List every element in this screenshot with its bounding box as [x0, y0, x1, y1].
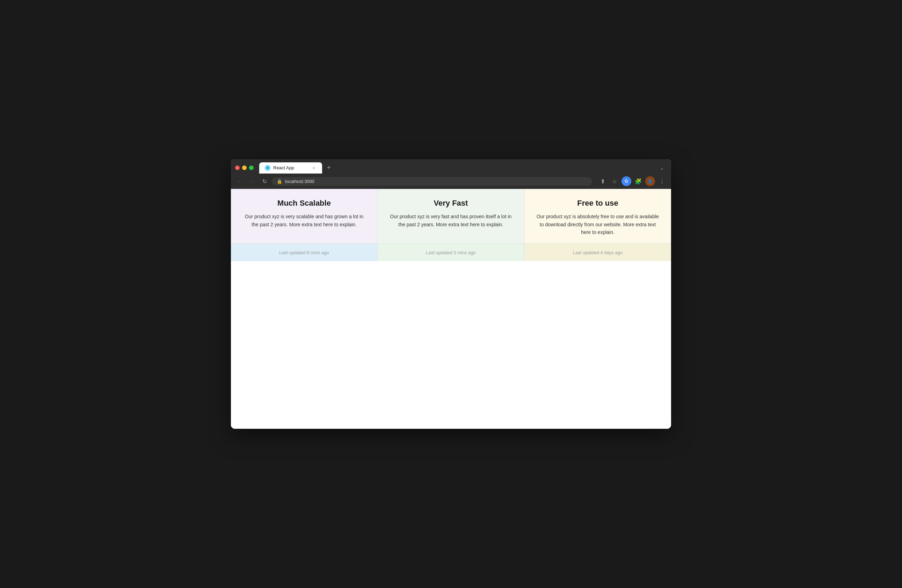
card-scalable-description: Our product xyz is very scalable and has…	[242, 213, 366, 228]
card-footer-scalable-text: Last updated 8 mins ago	[279, 250, 329, 255]
cards-grid: Much Scalable Our product xyz is very sc…	[231, 189, 671, 243]
profile-g-icon[interactable]: G	[622, 176, 631, 186]
tab-dropdown-icon[interactable]: ⌄	[657, 164, 667, 172]
address-input-wrapper[interactable]: 🔒 localhost:3000	[272, 177, 592, 186]
card-footer-scalable: Last updated 8 mins ago	[231, 244, 377, 261]
card-footer-free: Last updated 4 days ago	[525, 244, 671, 261]
bookmark-icon[interactable]: ☆	[609, 176, 619, 186]
page-content: Much Scalable Our product xyz is very sc…	[231, 189, 671, 428]
card-free-title: Free to use	[536, 199, 660, 208]
address-text: localhost:3000	[285, 179, 315, 184]
rest-of-page	[231, 261, 671, 429]
minimize-button[interactable]	[242, 166, 247, 170]
tab-favicon-icon: ⚛	[265, 165, 270, 171]
extensions-icon[interactable]: 🧩	[633, 176, 643, 186]
card-free: Free to use Our product xyz is absolutel…	[525, 189, 671, 243]
close-button[interactable]	[235, 166, 240, 170]
tab-bar: ⚛ React App × + ⌄	[231, 159, 671, 174]
card-fast: Very Fast Our product xyz is very fast a…	[377, 189, 525, 243]
more-options-icon[interactable]: ⋮	[657, 176, 667, 186]
card-free-description: Our product xyz is absolutely free to us…	[536, 213, 660, 236]
new-tab-button[interactable]: +	[324, 162, 334, 174]
share-icon[interactable]: ⬆	[598, 176, 608, 186]
window-controls	[235, 166, 254, 170]
card-footer-free-text: Last updated 4 days ago	[573, 250, 623, 255]
address-bar: ← → ↻ 🔒 localhost:3000 ⬆ ☆ G 🧩 👤 ⋮	[231, 174, 671, 189]
card-footer-row: Last updated 8 mins ago Last updated 3 m…	[231, 244, 671, 261]
toolbar-icons: ⬆ ☆ G 🧩 👤 ⋮	[598, 176, 667, 186]
card-footer-fast: Last updated 3 mins ago	[377, 244, 525, 261]
back-button[interactable]: ←	[235, 177, 245, 186]
active-tab[interactable]: ⚛ React App ×	[259, 163, 322, 174]
card-fast-description: Our product xyz is very fast and has pro…	[389, 213, 513, 228]
tab-close-button[interactable]: ×	[311, 165, 316, 171]
tab-title: React App	[273, 165, 308, 170]
card-footer-fast-text: Last updated 3 mins ago	[426, 250, 476, 255]
card-fast-title: Very Fast	[389, 199, 513, 208]
browser-window: ⚛ React App × + ⌄ ← → ↻ 🔒 localhost:3000…	[231, 159, 671, 428]
reload-button[interactable]: ↻	[260, 177, 269, 186]
card-scalable: Much Scalable Our product xyz is very sc…	[231, 189, 377, 243]
maximize-button[interactable]	[249, 166, 254, 170]
avatar-icon[interactable]: 👤	[645, 176, 655, 186]
browser-chrome: ⚛ React App × + ⌄ ← → ↻ 🔒 localhost:3000…	[231, 159, 671, 189]
forward-button[interactable]: →	[248, 177, 257, 186]
lock-icon: 🔒	[277, 179, 282, 184]
card-scalable-title: Much Scalable	[242, 199, 366, 208]
